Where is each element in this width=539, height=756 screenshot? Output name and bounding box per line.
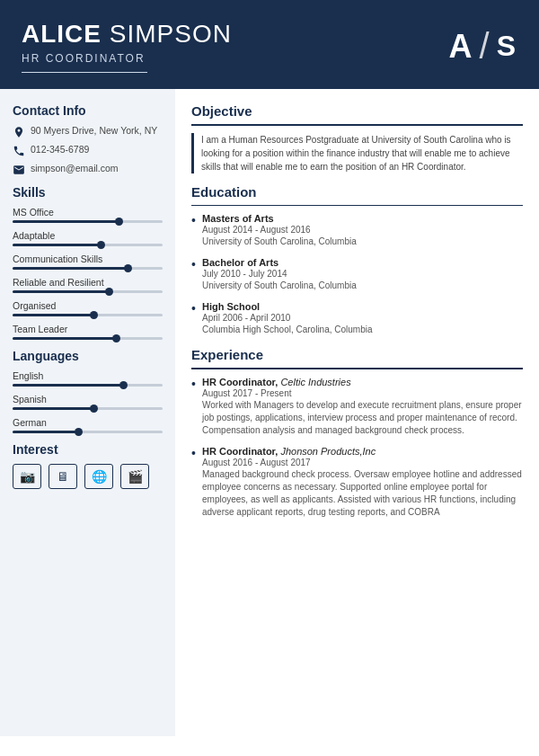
language-item: English bbox=[13, 370, 163, 387]
skill-item: Team Leader bbox=[13, 324, 163, 340]
edu-degree: High School bbox=[202, 301, 523, 312]
edu-dates: August 2014 - August 2016 bbox=[202, 225, 523, 235]
skill-bar-fill bbox=[13, 290, 110, 293]
phone-text: 012-345-6789 bbox=[31, 144, 89, 155]
contact-phone: 012-345-6789 bbox=[13, 144, 163, 157]
objective-text: I am a Human Resources Postgraduate at U… bbox=[191, 133, 523, 173]
language-bar-fill bbox=[13, 431, 80, 433]
experience-list: HR Coordinator, Celtic Industries August… bbox=[191, 377, 523, 519]
skill-name: Team Leader bbox=[13, 324, 163, 334]
skill-name: Adaptable bbox=[13, 230, 163, 241]
video-icon: 🎬 bbox=[120, 464, 149, 489]
skill-bar-fill bbox=[13, 337, 118, 340]
language-bar-fill bbox=[13, 384, 125, 387]
exp-title: HR Coordinator, Jhonson Products,Inc bbox=[202, 446, 523, 457]
first-name: ALICE bbox=[22, 20, 102, 48]
language-name: Spanish bbox=[13, 394, 163, 405]
header-initials: A / S bbox=[449, 26, 517, 67]
last-name: SIMPSON bbox=[110, 20, 232, 48]
contact-email: simpson@email.com bbox=[13, 163, 163, 176]
body: Contact Info 90 Myers Drive, New York, N… bbox=[0, 89, 539, 736]
experience-title: Experience bbox=[191, 347, 523, 362]
exp-dates: August 2017 - Present bbox=[202, 388, 523, 398]
experience-divider bbox=[191, 368, 523, 369]
contact-section-title: Contact Info bbox=[13, 103, 163, 118]
contact-address: 90 Myers Drive, New York, NY bbox=[13, 125, 163, 138]
full-name: ALICE SIMPSON bbox=[22, 20, 232, 49]
skill-bar-bg bbox=[13, 314, 163, 316]
skill-bar-bg bbox=[13, 244, 163, 246]
skill-name: Communication Skills bbox=[13, 253, 163, 264]
interest-section-title: Interest bbox=[13, 442, 163, 457]
skills-list: MS Office Adaptable Communication Skills… bbox=[13, 207, 163, 340]
exp-company: Celtic Industries bbox=[280, 377, 350, 387]
skills-section-title: Skills bbox=[13, 185, 163, 200]
education-item: Bachelor of Arts July 2010 - July 2014 U… bbox=[191, 257, 523, 292]
globe-icon: 🌐 bbox=[84, 464, 113, 489]
edu-school: University of South Carolina, Columbia bbox=[202, 280, 523, 292]
skill-bar-fill bbox=[13, 244, 102, 246]
language-bar-bg bbox=[13, 407, 163, 410]
email-icon bbox=[13, 164, 25, 176]
camera-icon: 📷 bbox=[13, 464, 41, 489]
edu-degree: Masters of Arts bbox=[202, 213, 523, 224]
initial-s: S bbox=[497, 30, 517, 63]
phone-icon bbox=[13, 145, 25, 157]
edu-school: University of South Carolina, Columbia bbox=[202, 236, 523, 248]
skill-item: Adaptable bbox=[13, 230, 163, 246]
objective-divider bbox=[191, 124, 523, 126]
location-icon bbox=[13, 126, 25, 138]
main-content: Objective I am a Human Resources Postgra… bbox=[175, 89, 539, 736]
experience-item: HR Coordinator, Celtic Industries August… bbox=[191, 377, 523, 437]
initial-a: A bbox=[449, 28, 474, 66]
education-title: Education bbox=[191, 184, 523, 200]
language-name: German bbox=[13, 417, 163, 428]
language-item: German bbox=[13, 417, 163, 433]
languages-section-title: Languages bbox=[13, 349, 163, 363]
edu-dates: April 2006 - April 2010 bbox=[202, 313, 523, 323]
email-text: simpson@email.com bbox=[31, 163, 119, 173]
skill-bar-bg bbox=[13, 267, 163, 270]
education-item: Masters of Arts August 2014 - August 201… bbox=[191, 213, 523, 248]
exp-dates: August 2016 - August 2017 bbox=[202, 458, 523, 467]
language-bar-fill bbox=[13, 407, 95, 410]
language-item: Spanish bbox=[13, 394, 163, 410]
languages-list: English Spanish German bbox=[13, 370, 163, 433]
experience-item: HR Coordinator, Jhonson Products,Inc Aug… bbox=[191, 446, 523, 519]
edu-degree: Bachelor of Arts bbox=[202, 257, 523, 268]
education-divider bbox=[191, 205, 523, 207]
skill-item: Reliable and Resilient bbox=[13, 277, 163, 293]
skill-name: MS Office bbox=[13, 207, 163, 218]
computer-icon: 🖥 bbox=[49, 464, 77, 489]
address-text: 90 Myers Drive, New York, NY bbox=[31, 125, 157, 136]
skill-name: Reliable and Resilient bbox=[13, 277, 163, 288]
language-name: English bbox=[13, 370, 163, 381]
skill-bar-bg bbox=[13, 220, 163, 223]
exp-company: Jhonson Products,Inc bbox=[280, 446, 376, 457]
header-underline bbox=[22, 72, 147, 73]
interest-list: 📷🖥🌐🎬 bbox=[13, 464, 163, 489]
sidebar: Contact Info 90 Myers Drive, New York, N… bbox=[0, 89, 175, 736]
skill-name: Organised bbox=[13, 300, 163, 311]
header-name-block: ALICE SIMPSON HR COORDINATOR bbox=[22, 20, 232, 73]
skill-item: Communication Skills bbox=[13, 253, 163, 270]
skill-bar-fill bbox=[13, 220, 120, 223]
education-item: High School April 2006 - April 2010 Colu… bbox=[191, 301, 523, 336]
exp-title: HR Coordinator, Celtic Industries bbox=[202, 377, 523, 387]
language-bar-bg bbox=[13, 431, 163, 433]
exp-desc: Worked with Managers to develop and exec… bbox=[202, 399, 523, 437]
education-list: Masters of Arts August 2014 - August 201… bbox=[191, 213, 523, 336]
header: ALICE SIMPSON HR COORDINATOR A / S bbox=[0, 0, 539, 89]
job-title: HR COORDINATOR bbox=[22, 52, 232, 65]
edu-school: Columbia High School, Carolina, Columbia bbox=[202, 324, 523, 336]
skill-bar-fill bbox=[13, 314, 95, 316]
skill-bar-bg bbox=[13, 337, 163, 340]
edu-dates: July 2010 - July 2014 bbox=[202, 269, 523, 279]
slash-divider: / bbox=[480, 26, 491, 67]
exp-desc: Managed background check process. Oversa… bbox=[202, 468, 523, 519]
objective-title: Objective bbox=[191, 103, 523, 119]
skill-item: MS Office bbox=[13, 207, 163, 223]
skill-bar-fill bbox=[13, 267, 129, 270]
skill-item: Organised bbox=[13, 300, 163, 316]
language-bar-bg bbox=[13, 384, 163, 387]
